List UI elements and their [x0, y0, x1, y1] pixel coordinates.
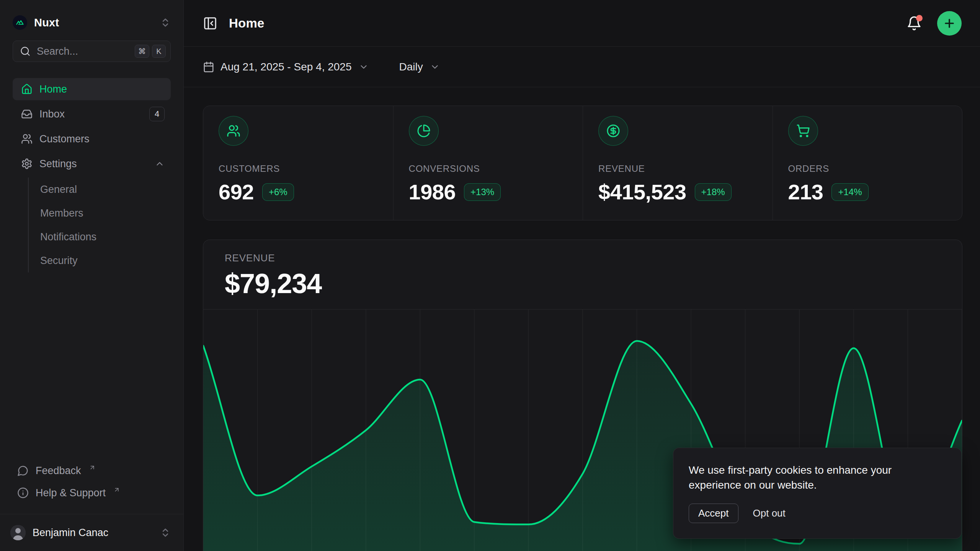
stat-card-conversions[interactable]: CONVERSIONS1986+13%	[393, 106, 583, 220]
search-icon	[20, 46, 31, 57]
workspace-name: Nuxt	[34, 16, 59, 29]
sidebar-item-label: Customers	[39, 133, 90, 145]
notifications-button[interactable]	[906, 16, 922, 31]
stats-card: CUSTOMERS692+6%CONVERSIONS1986+13%REVENU…	[203, 106, 962, 220]
users-icon	[21, 133, 33, 145]
chevron-up-icon	[155, 159, 165, 169]
notification-dot	[916, 15, 923, 21]
pie-chart-icon	[409, 116, 439, 146]
arrow-up-right-icon	[89, 464, 96, 471]
stat-delta-badge: +6%	[262, 183, 294, 201]
stat-value: 1986	[409, 179, 456, 204]
revenue-label: REVENUE	[225, 252, 941, 264]
date-range-picker[interactable]: Aug 21, 2025 - Sep 4, 2025	[203, 61, 369, 73]
sidebar-item-inbox[interactable]: Inbox4	[13, 103, 171, 125]
user-menu[interactable]: Benjamin Canac	[0, 514, 183, 551]
chevron-down-icon	[430, 62, 440, 72]
users-icon	[219, 116, 248, 146]
sidebar-item-home[interactable]: Home	[13, 78, 171, 100]
sidebar-subitem-label: Notifications	[40, 231, 96, 243]
footer-link-label: Help & Support	[36, 487, 106, 499]
sidebar: Nuxt Search... ⌘ K HomeInbox4CustomersSe…	[0, 0, 184, 551]
opt-out-button[interactable]: Opt out	[753, 507, 786, 519]
calendar-icon	[203, 61, 214, 73]
help-support-link[interactable]: Help & Support	[13, 482, 171, 504]
sidebar-footer-links: FeedbackHelp & Support	[0, 460, 183, 514]
arrow-up-right-icon	[113, 486, 120, 493]
stat-card-orders[interactable]: ORDERS213+14%	[773, 106, 962, 220]
sidebar-spacer	[0, 276, 183, 460]
revenue-header: REVENUE $79,234	[203, 240, 962, 299]
stat-label: CUSTOMERS	[219, 163, 378, 174]
home-icon	[21, 83, 33, 95]
sidebar-item-notifications[interactable]: Notifications	[40, 225, 171, 249]
stat-label: REVENUE	[598, 163, 757, 174]
search-input[interactable]: Search... ⌘ K	[13, 41, 171, 62]
nuxt-logo-icon	[13, 15, 27, 30]
stat-value: 692	[219, 179, 254, 204]
shopping-cart-icon	[788, 116, 818, 146]
stat-delta-badge: +13%	[464, 183, 501, 201]
cookie-actions: Accept Opt out	[689, 504, 946, 523]
sidebar-subitem-label: Security	[40, 255, 78, 267]
sidebar-item-label: Home	[39, 83, 67, 95]
stat-value: 213	[788, 179, 823, 204]
app-window: Nuxt Search... ⌘ K HomeInbox4CustomersSe…	[0, 0, 980, 551]
sidebar-nav: HomeInbox4CustomersSettingsGeneralMember…	[13, 78, 171, 276]
granularity-select[interactable]: Daily	[399, 61, 440, 73]
panel-left-close-icon[interactable]	[203, 16, 217, 31]
sidebar-item-members[interactable]: Members	[40, 201, 171, 225]
add-button[interactable]	[937, 11, 962, 36]
sidebar-item-settings[interactable]: Settings	[13, 153, 171, 175]
circle-dollar-icon	[598, 116, 628, 146]
stat-label: ORDERS	[788, 163, 947, 174]
sidebar-item-security[interactable]: Security	[40, 249, 171, 272]
feedback-link[interactable]: Feedback	[13, 460, 171, 482]
revenue-value: $79,234	[225, 268, 941, 299]
stat-value: $415,523	[598, 179, 686, 204]
plus-icon	[943, 17, 956, 30]
sidebar-item-customers[interactable]: Customers	[13, 128, 171, 150]
kbd-cmd: ⌘	[135, 45, 149, 58]
settings-icon	[21, 158, 33, 170]
stat-card-revenue[interactable]: REVENUE$415,523+18%	[583, 106, 773, 220]
stat-delta-badge: +14%	[831, 183, 868, 201]
accept-button[interactable]: Accept	[689, 504, 738, 523]
stat-delta-badge: +18%	[695, 183, 732, 201]
info-icon	[17, 487, 29, 499]
message-circle-icon	[17, 465, 29, 476]
page-title: Home	[229, 16, 265, 31]
inbox-icon	[21, 108, 33, 120]
sidebar-subnav: GeneralMembersNotificationsSecurity	[28, 178, 171, 272]
sidebar-item-label: Inbox	[39, 108, 65, 120]
cookie-message: We use first-party cookies to enhance yo…	[689, 463, 934, 493]
date-range-label: Aug 21, 2025 - Sep 4, 2025	[220, 61, 352, 73]
chevrons-up-down-icon	[160, 527, 171, 538]
chevron-down-icon	[359, 62, 369, 72]
user-name: Benjamin Canac	[33, 527, 108, 539]
kbd-k: K	[152, 45, 166, 58]
sidebar-item-general[interactable]: General	[40, 178, 171, 201]
topbar-actions	[906, 11, 962, 36]
workspace-selector[interactable]: Nuxt	[0, 0, 183, 30]
stat-label: CONVERSIONS	[409, 163, 568, 174]
inbox-count-badge: 4	[149, 107, 165, 121]
filters-toolbar: Aug 21, 2025 - Sep 4, 2025 Daily	[184, 47, 980, 87]
sidebar-subitem-label: General	[40, 184, 77, 196]
chevrons-up-down-icon	[160, 17, 171, 28]
search-placeholder: Search...	[37, 46, 129, 57]
granularity-label: Daily	[399, 61, 423, 73]
sidebar-item-label: Settings	[39, 158, 77, 170]
avatar	[10, 525, 26, 540]
cookie-banner: We use first-party cookies to enhance yo…	[673, 448, 962, 539]
search-shortcut: ⌘ K	[135, 45, 166, 58]
footer-link-label: Feedback	[36, 465, 81, 477]
stat-card-customers[interactable]: CUSTOMERS692+6%	[203, 106, 393, 220]
sidebar-subitem-label: Members	[40, 207, 83, 219]
topbar: Home	[184, 0, 980, 47]
